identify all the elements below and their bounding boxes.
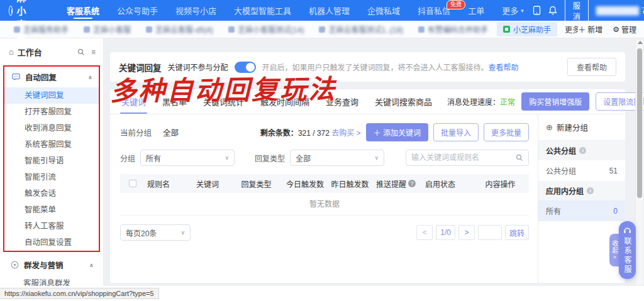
plus-icon: ＋ xyxy=(374,129,383,138)
keyword-table: 规则名 关键词 回复类型 今日触发数 昨日触发数 推送提醒? 启用状态 内容操作… xyxy=(120,174,529,216)
go-buy-link[interactable]: 去购买 > xyxy=(331,129,360,138)
tab-keyword-search-product[interactable]: 关键词搜索商品 xyxy=(374,89,433,114)
more-batch-button[interactable]: 更多批量 xyxy=(484,123,529,141)
chevron-up-icon: ∧ xyxy=(89,262,94,268)
no-distribution-toggle[interactable] xyxy=(235,62,256,73)
tab-trigger-interval[interactable]: 触发时间间隔 xyxy=(259,89,311,114)
sidebar-item-smart-drainage[interactable]: 智能引流 xyxy=(4,169,99,185)
contact-service-button[interactable]: 联系客服 xyxy=(619,221,636,279)
username-suffix: 7 xyxy=(641,6,644,15)
sidebar-item-transfer-human[interactable]: 转人工客服 xyxy=(4,218,99,234)
wechat-green-icon xyxy=(503,26,510,33)
sidebar-section-mass-marketing[interactable]: 群发与营销 ∧ xyxy=(3,254,100,275)
question-mark-icon[interactable]: ? xyxy=(408,180,416,187)
nav-item-douyin-dm[interactable]: 抖音私信 免费 xyxy=(409,0,459,21)
new-group-button[interactable]: ⊕ 新建分组 xyxy=(538,114,625,141)
bell-icon[interactable] xyxy=(548,6,557,15)
account-tab-blurred[interactable]: 芝麻小客服测试(14) xyxy=(222,22,310,36)
prev-page-button[interactable]: < xyxy=(416,225,433,240)
account-tab-active-xiaozhima[interactable]: 小芝麻助手 xyxy=(497,22,557,36)
sidebar-item-auto-reply-settings[interactable]: 自动回复设置 xyxy=(4,234,99,251)
nav-item-work-order[interactable]: 工单 xyxy=(459,0,493,21)
app-window: 芝麻小客服 客服系统 公众号助手 视频号小店 大模型智能工具 机器人管理 企微私… xyxy=(0,0,644,301)
col-today-triggers: 今日触发数 xyxy=(284,178,329,189)
headset-icon xyxy=(623,226,631,234)
chevron-down-icon: ∨ xyxy=(225,155,229,161)
mobile-phone-icon[interactable] xyxy=(533,6,541,15)
account-icon xyxy=(146,26,152,33)
info-icon[interactable]: i xyxy=(587,187,594,194)
jump-page-input[interactable] xyxy=(478,225,502,240)
buy-marketing-upgrade-button[interactable]: 购买营销增强版 xyxy=(521,92,589,111)
nav-item-llm-tools[interactable]: 大模型智能工具 xyxy=(225,0,300,21)
keyword-list-area: 当前分组 全部 剩余条数：321 / 372 去购买 > ＋ 添加关键词 批量导… xyxy=(110,114,538,283)
chevron-up-icon: ∧ xyxy=(88,74,92,80)
chevron-down-icon: ∨ xyxy=(374,155,379,161)
account-tab-blurred[interactable]: 有赞编码合并助手 xyxy=(412,22,494,36)
group-item-all[interactable]: 所有 0 xyxy=(538,200,625,221)
group-filter-select[interactable]: 所有∨ xyxy=(140,150,235,166)
manage-accounts-button[interactable]: ⚙管理 xyxy=(613,24,636,35)
account-icon xyxy=(319,26,325,33)
account-tab-blurred[interactable]: 芝麻云客服-d5(4) xyxy=(140,22,219,36)
account-tab-blurred[interactable]: 芝麻服务助手 xyxy=(8,22,75,36)
sidebar-item-keyword-reply[interactable]: 关键词回复 xyxy=(4,87,99,104)
nav-item-channels-shop[interactable]: 视频号小店 xyxy=(167,0,225,21)
tab-blacklist[interactable]: 黑名单 xyxy=(161,89,188,114)
accounts-more-dropdown[interactable]: 更多(11) ∨ xyxy=(558,24,578,35)
jump-button[interactable]: 跳转 xyxy=(505,225,529,240)
toggle-hint: 开启后，如果用户只触发了关键词回复，将不会进入人工客服接待。查看帮助 xyxy=(262,62,519,72)
scroll-up-arrow-icon[interactable] xyxy=(638,41,643,44)
account-icon xyxy=(84,26,90,33)
nav-item-wecom-private[interactable]: 企微私域 xyxy=(358,0,409,21)
sidebar-item-trigger-session[interactable]: 触发会话 xyxy=(4,185,99,202)
main-content: 多种自动回复玩法 关键词回复 关键词不参与分配 开启后，如果用户只触发了关键词回… xyxy=(104,38,644,301)
hint-help-link[interactable]: 查看帮助 xyxy=(489,63,519,72)
tab-business-query[interactable]: 业务查询 xyxy=(325,89,360,114)
col-enable-status: 启用状态 xyxy=(423,178,472,189)
nav-item-more[interactable]: 更多▾ xyxy=(493,0,533,21)
app-groups-header: 应用内分组 i xyxy=(538,181,625,200)
col-push-alert: 推送提醒? xyxy=(374,178,423,189)
account-tab-blurred[interactable]: 芝麻云客服测试1..(18) xyxy=(313,22,409,36)
sidebar-item-smart-guide[interactable]: 智能引导语 xyxy=(4,153,99,169)
next-page-button[interactable]: > xyxy=(458,225,475,240)
col-reply-type: 回复类型 xyxy=(239,178,284,189)
circle-plus-icon: ⊕ xyxy=(546,123,553,132)
sidebar-item-system-service-reply[interactable]: 系统客服回复 xyxy=(4,136,99,153)
sidebar-item-smart-menu[interactable]: 智能菜单 xyxy=(4,202,99,218)
user-account-menu[interactable]: █████████ 7 vip 3 ▾ xyxy=(596,6,644,15)
page-indicator: 1/0 xyxy=(436,225,455,240)
scrollbar-thumb[interactable] xyxy=(637,48,642,198)
account-tab-blurred[interactable]: 芝麻小客服 xyxy=(77,22,137,36)
menu-list-icon[interactable]: ≡ xyxy=(91,48,96,56)
nav-item-official-account-assistant[interactable]: 公众号助手 xyxy=(108,0,167,21)
nav-item-bot-management[interactable]: 机器人管理 xyxy=(300,0,358,21)
page-size-select[interactable]: 每页20条∨ xyxy=(120,224,191,241)
add-account-button[interactable]: ＋新增 xyxy=(578,24,602,35)
add-keyword-button[interactable]: ＋ 添加关键词 xyxy=(366,123,428,141)
batch-import-button[interactable]: 批量导入 xyxy=(433,123,479,141)
select-all-checkbox[interactable] xyxy=(129,180,136,187)
view-help-button[interactable]: 查看帮助 xyxy=(567,58,616,76)
pagination-row: 每页20条∨ < 1/0 > 跳转 xyxy=(120,224,529,241)
vertical-scrollbar[interactable] xyxy=(635,40,643,285)
empty-state-text: 暂无数据 xyxy=(120,193,529,216)
info-icon[interactable]: i xyxy=(579,147,586,154)
workbench-row: ⌂ 工作台 ≡ xyxy=(0,38,103,64)
group-item-public[interactable]: 公共分组 51 xyxy=(538,160,625,181)
gear-icon: ⚙ xyxy=(613,25,619,34)
search-icon[interactable] xyxy=(516,154,523,161)
sidebar-section-auto-reply[interactable]: 自动回复 ∧ xyxy=(4,67,99,87)
keyword-search-input[interactable] xyxy=(411,153,516,162)
sidebar-item-open-service-reply[interactable]: 打开客服回复 xyxy=(4,104,99,120)
tab-keyword[interactable]: 关键词 xyxy=(120,89,147,114)
search-icon[interactable] xyxy=(77,48,85,56)
sidebar-item-received-message-reply[interactable]: 收到消息回复 xyxy=(4,120,99,136)
table-header-row: 规则名 关键词 回复类型 今日触发数 昨日触发数 推送提醒? 启用状态 内容操作 xyxy=(120,174,529,193)
reply-type-select[interactable]: 全部∨ xyxy=(290,150,384,166)
red-highlight-box: 自动回复 ∧ 关键词回复 打开客服回复 收到消息回复 系统客服回复 智能引导语 … xyxy=(3,65,100,252)
tab-keyword-stats[interactable]: 关键词统计 xyxy=(202,89,245,114)
nav-item-customer-service-system[interactable]: 客服系统 xyxy=(58,0,108,21)
accounts-tab-bar: 芝麻服务助手 芝麻小客服 芝麻云客服-d5(4) 芝麻小客服测试(14) 芝麻云… xyxy=(0,21,644,38)
